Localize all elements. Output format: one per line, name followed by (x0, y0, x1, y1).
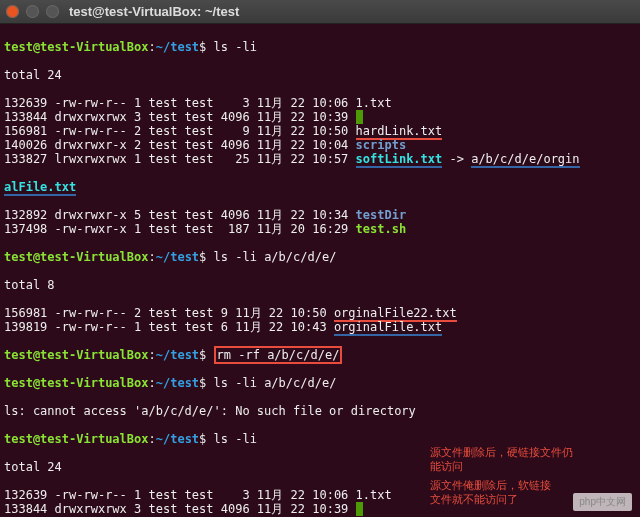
prompt-path: ~/test (156, 40, 199, 54)
list-row: 133827 lrwxrwxrwx 1 test test 25 11月 22 … (4, 152, 636, 166)
list-row: 133844 drwxrwxrwx 3 test test 4096 11月 2… (4, 110, 636, 124)
list-row: 133844 drwxrwxrwx 3 test test 4096 11月 2… (4, 502, 636, 516)
file-name: 1.txt (356, 96, 392, 110)
prompt-line: test@test-VirtualBox:~/test$ ls -li (4, 40, 636, 54)
annotation-soft-2: 文件就不能访问了 (430, 492, 518, 506)
command: ls -li a/b/c/d/e/ (214, 376, 337, 390)
list-row: 137498 -rw-rwxr-x 1 test test 187 11月 20… (4, 222, 636, 236)
file-name: test.sh (356, 222, 407, 236)
list-row: 156981 -rw-rw-r-- 2 test test 9 11月 22 1… (4, 306, 636, 320)
window-buttons (6, 5, 59, 18)
command: ls -li a/b/c/d/e/ (214, 250, 337, 264)
annotation-soft-1: 源文件俺删除后，软链接 (430, 478, 551, 492)
file-name: scripts (356, 138, 407, 152)
file-name-cont: alFile.txt (4, 180, 76, 196)
prompt-line: test@test-VirtualBox:~/test$ rm -rf a/b/… (4, 348, 636, 362)
minimize-button[interactable] (26, 5, 39, 18)
command: ls -li (214, 40, 257, 54)
window-title: test@test-VirtualBox: ~/test (69, 5, 239, 19)
list-row: 132639 -rw-rw-r-- 1 test test 3 11月 22 1… (4, 96, 636, 110)
file-name: softLink.txt (356, 152, 443, 168)
file-name: a (356, 502, 363, 516)
link-target: a/b/c/d/e/orgin (471, 152, 579, 168)
total-line: total 8 (4, 278, 636, 292)
list-row: 140026 drwxrwxr-x 2 test test 4096 11月 2… (4, 138, 636, 152)
terminal-output[interactable]: test@test-VirtualBox:~/test$ ls -li tota… (0, 24, 640, 517)
total-line: total 24 (4, 68, 636, 82)
prompt-line: test@test-VirtualBox:~/test$ ls -li a/b/… (4, 376, 636, 390)
file-name: orginalFile.txt (334, 320, 442, 336)
command: ls -li (214, 432, 257, 446)
watermark: php中文网 (573, 493, 632, 511)
annotation-hard-2: 能访问 (430, 459, 463, 473)
command: rm -rf a/b/c/d/e/ (214, 346, 343, 364)
maximize-button[interactable] (46, 5, 59, 18)
error-line: ls: cannot access 'a/b/c/d/e/': No such … (4, 404, 636, 418)
prompt-user: test@test-VirtualBox (4, 40, 149, 54)
window-titlebar: test@test-VirtualBox: ~/test (0, 0, 640, 24)
file-name: a (356, 110, 363, 124)
annotation-hard-1: 源文件删除后，硬链接文件仍 (430, 445, 573, 459)
close-button[interactable] (6, 5, 19, 18)
total-line: total 24 (4, 460, 636, 474)
list-row: 139819 -rw-rw-r-- 1 test test 6 11月 22 1… (4, 320, 636, 334)
list-row: 156981 -rw-rw-r-- 2 test test 9 11月 22 1… (4, 124, 636, 138)
file-name: testDir (356, 208, 407, 222)
list-row: 132892 drwxrwxr-x 5 test test 4096 11月 2… (4, 208, 636, 222)
prompt-line: test@test-VirtualBox:~/test$ ls -li (4, 432, 636, 446)
prompt-line: test@test-VirtualBox:~/test$ ls -li a/b/… (4, 250, 636, 264)
file-name: 1.txt (356, 488, 392, 502)
list-row-cont: alFile.txt (4, 180, 636, 194)
